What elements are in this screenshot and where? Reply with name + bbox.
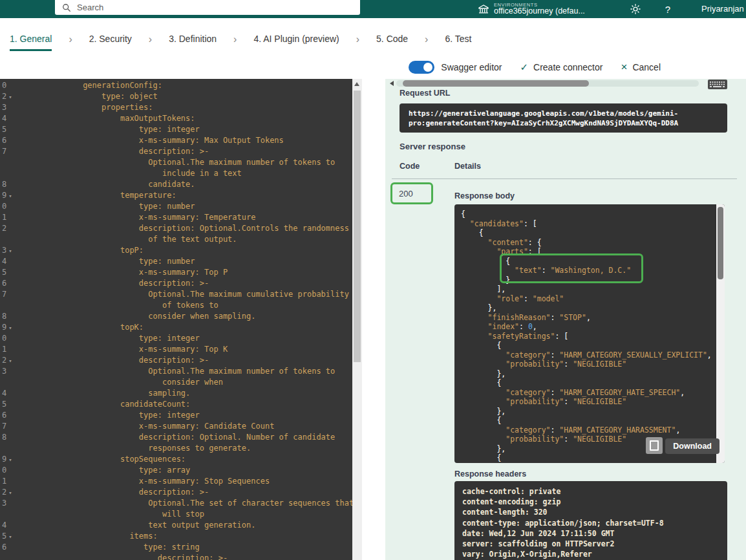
code-row: 6 x-ms-summary: Max Output Tokens — [0, 135, 362, 146]
json-line: "candidates": [ — [461, 219, 714, 229]
scroll-up-arrow-icon[interactable] — [354, 82, 359, 86]
toggle-switch[interactable] — [409, 61, 434, 74]
code-column-header: Code — [400, 162, 420, 171]
code-row: of tokens to — [0, 300, 362, 311]
fold-arrow-icon[interactable]: ▾ — [8, 248, 12, 254]
swagger-editor-toggle[interactable]: Swagger editor — [409, 61, 502, 74]
fold-arrow-icon[interactable]: ▾ — [8, 358, 12, 364]
wizard-step-5[interactable]: 5. Code — [376, 34, 408, 51]
wizard-step-4[interactable]: 4. AI Plugin (preview) — [253, 34, 339, 51]
code-row: 7 x-ms-summary: Candidate Count — [0, 421, 362, 432]
code-row: responses to generate. — [0, 443, 362, 454]
settings-gear-button[interactable] — [628, 1, 643, 17]
keyboard-shortcuts-icon[interactable] — [707, 79, 728, 90]
request-url-value: https://generativelanguage.googleapis.co… — [400, 103, 727, 133]
json-line: }, — [461, 303, 714, 313]
code-row: 4 text output generation. — [0, 520, 362, 531]
code-row: 4 maxOutputTokens: — [0, 113, 362, 124]
code-row: 3 properties: — [0, 102, 362, 113]
wizard-step-3[interactable]: 3. Definition — [169, 34, 217, 51]
copy-icon — [650, 440, 659, 451]
response-header-line: content-type: application/json; charset=… — [462, 518, 719, 528]
download-button[interactable]: Download — [665, 438, 719, 454]
response-header-line: content-encoding: gzip — [462, 497, 719, 507]
response-header-line: server: scaffolding on HTTPServer2 — [462, 539, 719, 549]
swagger-editor-label: Swagger editor — [441, 62, 502, 72]
search-icon — [62, 3, 71, 12]
response-header-line: vary: Origin,X-Origin,Referer — [462, 549, 719, 559]
horizontal-scroll-track[interactable] — [396, 80, 699, 87]
code-row: 6 type: string — [0, 542, 362, 553]
json-line: "index": 0, — [461, 322, 714, 332]
horizontal-scroll-thumb[interactable] — [403, 80, 589, 87]
request-url-line-1: https://generativelanguage.googleapis.co… — [409, 109, 718, 118]
details-column-header: Details — [454, 162, 481, 171]
code-row: 2▾ description: >- — [0, 355, 362, 366]
environment-picker[interactable]: Environments office365journey (defau... — [478, 0, 585, 18]
swagger-code-editor[interactable]: 0 generationConfig:2▾ type: object3 prop… — [0, 79, 362, 560]
code-row: 1 x-ms-summary: Temperature — [0, 212, 362, 223]
wizard-step-2[interactable]: 2. Security — [89, 34, 132, 51]
environment-name: office365journey (defau... — [494, 7, 585, 16]
search-placeholder: Search — [77, 3, 103, 12]
code-row: 2▾ type: object — [0, 91, 362, 102]
code-row: 7 description: >- — [0, 146, 362, 157]
copy-button[interactable] — [646, 437, 663, 454]
close-icon: × — [621, 63, 627, 72]
code-row: 9▾ stopSequences: — [0, 454, 362, 465]
code-row: will stop — [0, 509, 362, 520]
status-code-badge: 200 — [390, 182, 433, 204]
create-connector-button[interactable]: ✓ Create connector — [520, 61, 602, 73]
cancel-label: Cancel — [632, 62, 661, 72]
json-line: { — [461, 210, 714, 219]
fold-arrow-icon[interactable]: ▾ — [8, 533, 12, 540]
code-row: 2 description: Optional.Controls the ran… — [0, 223, 362, 234]
chevron-right-icon: › — [233, 34, 237, 51]
json-line: }, — [461, 407, 714, 416]
scroll-left-arrow-icon[interactable] — [390, 81, 394, 86]
fold-arrow-icon[interactable]: ▾ — [8, 490, 12, 496]
request-url-label: Request URL — [400, 89, 450, 98]
json-line: { — [461, 228, 714, 238]
response-body-scrollbar-thumb[interactable] — [718, 207, 723, 279]
highlight-annotation — [500, 253, 643, 283]
fold-arrow-icon[interactable]: ▾ — [8, 325, 12, 331]
code-row: 9▾ topK: — [0, 322, 362, 333]
panel-horizontal-scrollbar[interactable] — [385, 79, 746, 88]
response-headers-box: cache-control: privatecontent-encoding: … — [454, 481, 727, 560]
response-header-line: cache-control: private — [462, 486, 719, 497]
wizard-steps: 1. General›2. Security›3. Definition›4. … — [0, 18, 746, 55]
code-row: 3▾ topP: — [0, 245, 362, 256]
top-navigation-bar: Search Environments office365journey (de… — [0, 0, 746, 18]
code-row: 2▾ description: >- — [0, 487, 362, 498]
json-line: "safetyRatings": [ — [461, 332, 714, 341]
chevron-right-icon: › — [149, 34, 152, 51]
gear-icon — [630, 3, 641, 15]
code-row: 0 type: number — [0, 201, 362, 212]
json-line: { — [461, 341, 714, 350]
search-input[interactable]: Search — [55, 0, 360, 15]
json-line: "category": "HARM_CATEGORY_HARASSMENT", — [461, 425, 714, 435]
test-response-panel: Request URL https://generativelanguage.g… — [385, 79, 746, 560]
response-body-scrollbar[interactable] — [716, 204, 725, 463]
json-line: "finishReason": "STOP", — [461, 313, 714, 323]
response-header-line: date: Wed,12 Jun 2024 17:11:50 GMT — [462, 528, 719, 539]
request-url-line-2: pro:generateContent?key=AIzaSyCrhX2gXCMw… — [409, 118, 718, 128]
wizard-step-6[interactable]: 6. Test — [445, 34, 471, 51]
help-button[interactable]: ? — [660, 1, 676, 17]
code-row: 8 consider when sampling. — [0, 311, 362, 322]
fold-arrow-icon[interactable]: ▾ — [8, 94, 12, 100]
wizard-step-1[interactable]: 1. General — [10, 34, 52, 51]
editor-scrollbar-thumb[interactable] — [354, 91, 361, 362]
fold-arrow-icon[interactable]: ▾ — [8, 457, 12, 463]
chevron-right-icon: › — [356, 34, 359, 51]
create-connector-label: Create connector — [533, 62, 602, 72]
action-toolbar: Swagger editor ✓ Create connector × Canc… — [0, 55, 746, 79]
cancel-button[interactable]: × Cancel — [621, 62, 661, 72]
user-name[interactable]: Priyaranjan KS — [701, 4, 746, 14]
check-icon: ✓ — [520, 61, 528, 73]
fold-arrow-icon[interactable]: ▾ — [8, 193, 12, 199]
chevron-right-icon: › — [69, 34, 72, 51]
environments-label: Environments — [494, 3, 585, 8]
editor-vertical-scrollbar[interactable] — [352, 79, 362, 560]
